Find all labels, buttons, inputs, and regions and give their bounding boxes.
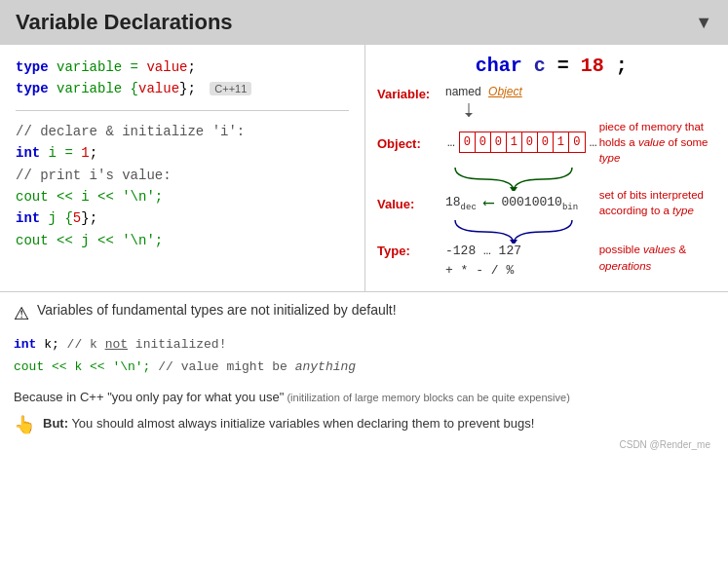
- variable-content: named Object: [445, 85, 599, 98]
- object-row: Object: … 0 0 0 1 0 0 1 0: [377, 119, 726, 166]
- page-title: Variable Declarations: [16, 10, 233, 35]
- bottom-code: int k; // k not initialized! cout << k <…: [14, 334, 714, 377]
- code-rest2: variable {: [49, 81, 138, 96]
- brace-svg-2: [445, 220, 601, 244]
- tip-row: 👆 But: You should almost always initiali…: [14, 414, 714, 435]
- code-line-type2: type variable {value}; C++11: [16, 78, 349, 99]
- char-value: 18: [581, 55, 604, 77]
- variable-row: Variable: named Object: [377, 85, 726, 101]
- code-block-1: type variable = value; type variable {va…: [16, 56, 349, 251]
- char-semi: ;: [616, 55, 628, 77]
- code-line-int-j: int j {5};: [16, 207, 349, 229]
- cpp11-badge: C++11: [210, 82, 251, 95]
- warning-text-content: Variables of fundamental types are not i…: [37, 302, 397, 318]
- value-binary: 00010010bin: [501, 195, 578, 212]
- comment-k-val: // value might be: [150, 359, 294, 374]
- bit-1: 0: [476, 132, 491, 152]
- csdn-credit: CSDN @Render_me: [14, 439, 714, 450]
- code-end1: ;: [187, 59, 195, 75]
- svg-marker-1: [465, 113, 473, 117]
- tip-text: But: You should almost always initialize…: [43, 414, 534, 433]
- code-end2: };: [179, 81, 196, 96]
- code-i-rest: i =: [40, 145, 81, 161]
- value-decimal: 18dec: [445, 195, 477, 212]
- tip-icon: 👆: [14, 414, 35, 435]
- type-label: Type:: [377, 242, 445, 258]
- connector-svg: [445, 103, 504, 117]
- keyword-int-j: int: [16, 210, 40, 226]
- named-text: named: [445, 85, 481, 98]
- type-content: -128 … 127 + * - / %: [445, 242, 599, 280]
- object-label: Object:: [377, 134, 445, 151]
- char-eq: =: [557, 55, 581, 77]
- diagram: Variable: named Object Object:: [377, 85, 726, 282]
- type-range: -128 … 127: [445, 242, 599, 261]
- side-note-type: possible values & operations: [599, 242, 726, 273]
- cout-k-text: cout << k << '\n';: [14, 359, 150, 374]
- connector-var-obj: [445, 103, 726, 117]
- side-note-value: set of bits interpreted according to a t…: [599, 187, 726, 218]
- comment-k-1: // k: [59, 337, 105, 352]
- bit-3: 1: [507, 132, 522, 152]
- bits-row: 0 0 0 1 0 0 1 0: [459, 132, 586, 153]
- code-j-rest: j {: [40, 210, 73, 226]
- brace-connector-2: [445, 220, 726, 244]
- cout-i-text: cout << i << '\n';: [16, 189, 163, 205]
- dots-left: …: [447, 135, 455, 150]
- object-content: … 0 0 0 1 0 0 1 0 …: [445, 132, 599, 153]
- char-keyword: char: [476, 55, 522, 77]
- keyword-int-k: int: [14, 337, 36, 352]
- bits-container: … 0 0 0 1 0 0 1 0 …: [445, 132, 599, 153]
- top-section: type variable = value; type variable {va…: [0, 45, 728, 292]
- char-varname: c: [534, 55, 546, 77]
- type-ops: + * - / %: [445, 261, 599, 281]
- warning-text: Variables of fundamental types are not i…: [37, 302, 397, 318]
- char-declaration: char c = 18 ;: [377, 55, 726, 77]
- cout-j-text: cout << j << '\n';: [16, 233, 163, 248]
- header: Variable Declarations ▼: [0, 0, 728, 45]
- value-arrow: ⟵: [484, 193, 494, 212]
- tip-rest: You should almost always initialize vari…: [68, 416, 534, 431]
- comment-k-2: initialized!: [128, 337, 226, 352]
- warning-icon: ⚠: [14, 303, 29, 324]
- side-note-object: piece of memory that holds a value of so…: [599, 119, 726, 166]
- code-val2: value: [138, 81, 179, 96]
- code-line-type1: type variable = value;: [16, 56, 349, 78]
- value-content: 18dec ⟵ 00010010bin: [445, 193, 599, 212]
- value-row: Value: 18dec ⟵ 00010010bin set of bits i…: [377, 187, 726, 218]
- code-j-semi: };: [81, 210, 97, 226]
- code-j-val: 5: [73, 210, 81, 226]
- bit-4: 0: [522, 132, 538, 152]
- comment-1: // declare & initialize 'i':: [16, 121, 349, 142]
- bit-7: 0: [569, 132, 585, 152]
- anything-text: anything: [295, 359, 356, 374]
- right-panel: char c = 18 ; Variable: named Object: [365, 45, 728, 291]
- code-line-cout-i: cout << i << '\n';: [16, 186, 349, 207]
- chevron-down-icon[interactable]: ▼: [695, 13, 712, 33]
- code-i-semi: ;: [90, 145, 97, 161]
- bit-5: 0: [538, 132, 554, 152]
- warning-row: ⚠ Variables of fundamental types are not…: [14, 302, 714, 324]
- object-name-text: Object: [488, 85, 522, 98]
- variable-label: Variable:: [377, 85, 445, 101]
- because-start: Because in C++: [14, 390, 107, 404]
- code-line-cout-k: cout << k << '\n'; // value might be any…: [14, 357, 714, 378]
- code-val1: value: [146, 59, 187, 75]
- bit-6: 1: [554, 132, 569, 152]
- code-line-int-i: int i = 1;: [16, 142, 349, 164]
- bottom-section: ⚠ Variables of fundamental types are not…: [0, 292, 728, 460]
- bit-2: 0: [491, 132, 507, 152]
- left-panel: type variable = value; type variable {va…: [0, 45, 365, 291]
- keyword-type1: type: [16, 59, 49, 75]
- because-text: Because in C++ "you only pay for what yo…: [14, 388, 714, 407]
- value-label: Value:: [377, 195, 445, 211]
- bit-0: 0: [460, 132, 476, 152]
- because-small: (initilization of large memory blocks ca…: [284, 392, 569, 403]
- dots-right: …: [590, 135, 597, 150]
- keyword-type2: type: [16, 81, 49, 96]
- code-k-rest: k;: [36, 337, 58, 352]
- divider1: [16, 110, 349, 111]
- comment-2: // print i's value:: [16, 165, 349, 186]
- code-line-cout-j: cout << j << '\n';: [16, 230, 349, 251]
- not-text: not: [105, 337, 128, 352]
